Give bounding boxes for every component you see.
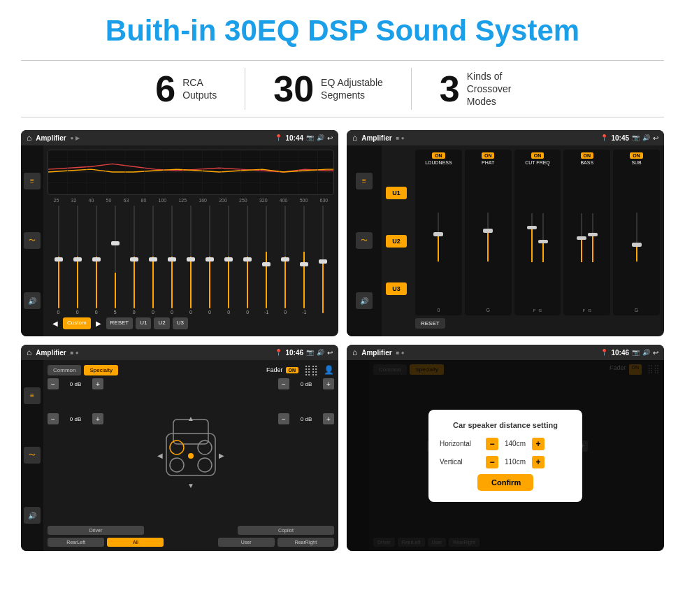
screen1-title: Amplifier xyxy=(36,134,66,142)
amp-u2-btn[interactable]: U2 xyxy=(386,235,407,248)
fader-db-row-1: − 0 dB + xyxy=(48,378,103,389)
fader-common-tab[interactable]: Common xyxy=(48,365,81,375)
amp-u1-btn[interactable]: U1 xyxy=(386,187,407,199)
screen1-time: 10:44 xyxy=(285,134,303,142)
eq-slider-0[interactable]: 0 xyxy=(54,206,64,315)
loudness-on[interactable]: ON xyxy=(432,152,445,159)
dialog-overlay: Car speaker distance setting Horizontal … xyxy=(347,360,664,551)
fader-wave-btn[interactable]: 〜 xyxy=(24,447,41,464)
svg-text:▲: ▲ xyxy=(187,415,194,422)
eq-custom-btn[interactable]: Custom xyxy=(63,317,91,329)
screen-eq: ⌂ Amplifier ● ▶ 📍 10:44 📷 🔊 ↩ ≡ xyxy=(21,130,338,336)
amp-speaker-btn[interactable]: 🔊 xyxy=(356,292,373,309)
eq-slider-12[interactable]: 0 xyxy=(280,206,290,315)
stats-row: 6 RCA Outputs 30 EQ Adjustable Segments … xyxy=(21,60,664,117)
dialog-box: Car speaker distance setting Horizontal … xyxy=(428,410,582,502)
stat-crossover: 3 Kinds of Crossover Modes xyxy=(412,70,558,108)
status-bar-1: ⌂ Amplifier ● ▶ 📍 10:44 📷 🔊 ↩ xyxy=(21,130,338,145)
dialog-horizontal-minus[interactable]: − xyxy=(486,438,498,450)
fader-db4-plus[interactable]: + xyxy=(323,413,334,424)
cutfreq-on[interactable]: ON xyxy=(531,152,545,159)
dialog-horizontal-plus[interactable]: + xyxy=(532,438,545,450)
eq-slider-6[interactable]: 0 xyxy=(167,206,177,315)
fader-rearright-btn[interactable]: RearRight xyxy=(277,538,334,547)
svg-rect-18 xyxy=(438,234,439,262)
svg-rect-34 xyxy=(588,233,598,236)
eq-slider-1[interactable]: 0 xyxy=(73,206,82,315)
dialog-vertical-minus[interactable]: − xyxy=(486,456,498,468)
eq-slider-7[interactable]: 0 xyxy=(186,206,196,315)
eq-play-btn[interactable]: ▶ xyxy=(94,317,103,329)
back-icon-2[interactable]: ↩ xyxy=(653,134,658,142)
back-icon-3[interactable]: ↩ xyxy=(327,349,333,357)
amp-u3-btn[interactable]: U3 xyxy=(386,282,407,295)
dialog-vertical-row: Vertical − 110cm + xyxy=(440,456,571,468)
fader-all-btn[interactable]: All xyxy=(107,538,164,547)
fader-driver-btn[interactable]: Driver xyxy=(48,526,144,535)
eq-u2-btn[interactable]: U2 xyxy=(154,317,169,329)
fader-label: Fader xyxy=(266,366,283,373)
eq-speaker-btn[interactable]: 🔊 xyxy=(24,292,41,309)
stat-eq: 30 EQ Adjustable Segments xyxy=(245,71,411,107)
eq-slider-2[interactable]: 0 xyxy=(92,206,101,315)
confirm-button[interactable]: Confirm xyxy=(477,474,533,491)
amp-wave-icon: 〜 xyxy=(361,236,368,245)
fader-rearleft-btn[interactable]: RearLeft xyxy=(48,538,104,547)
fader-speaker-btn[interactable]: 🔊 xyxy=(24,507,41,524)
fader-on-badge[interactable]: ON xyxy=(286,367,299,373)
screen3-title: Amplifier xyxy=(36,349,66,357)
fader-user-btn[interactable]: User xyxy=(218,538,275,547)
eq-slider-10[interactable]: 0 xyxy=(243,206,252,315)
eq-reset-btn[interactable]: RESET xyxy=(106,317,134,329)
eq-slider-9[interactable]: 0 xyxy=(224,206,233,315)
eq-slider-11[interactable]: -1 xyxy=(261,206,271,315)
fader-db1-minus[interactable]: − xyxy=(48,378,59,389)
screen3-time: 10:46 xyxy=(285,349,303,357)
dialog-vertical-ctrl: − 110cm + xyxy=(486,456,545,468)
eq-wave-btn[interactable]: 〜 xyxy=(24,232,41,249)
eq-main: 25 32 40 50 63 80 100 125 160 200 250 32… xyxy=(43,145,338,336)
back-icon-1[interactable]: ↩ xyxy=(327,134,333,142)
eq-slider-8[interactable]: 0 xyxy=(205,206,215,315)
eq-u1-btn[interactable]: U1 xyxy=(136,317,151,329)
home-icon-1[interactable]: ⌂ xyxy=(27,133,31,143)
bass-on[interactable]: ON xyxy=(581,152,594,159)
fader-copilot-btn[interactable]: Copilot xyxy=(238,526,334,535)
stat-label-eq: EQ Adjustable Segments xyxy=(321,76,383,101)
status-bar-3: ⌂ Amplifier ■ ● 📍 10:46 📷 🔊 ↩ xyxy=(21,345,338,360)
fader-db3-plus[interactable]: + xyxy=(323,378,334,389)
dialog-vertical-plus[interactable]: + xyxy=(532,456,545,468)
fader-sidebar: ≡ 〜 🔊 xyxy=(21,360,43,551)
home-icon-2[interactable]: ⌂ xyxy=(352,133,357,143)
amp-reset-btn[interactable]: RESET xyxy=(415,318,445,329)
fader-db1-plus[interactable]: + xyxy=(92,378,103,389)
eq-slider-3[interactable]: 5 xyxy=(110,206,120,315)
stat-number-eq: 30 xyxy=(273,71,314,107)
eq-slider-14[interactable] xyxy=(318,206,328,315)
phat-on[interactable]: ON xyxy=(482,152,495,159)
sub-on[interactable]: ON xyxy=(630,152,643,159)
screen3-content: ≡ 〜 🔊 Common Specialty Fader O xyxy=(21,360,338,551)
home-icon-4[interactable]: ⌂ xyxy=(352,348,357,357)
eq-slider-13[interactable]: -1 xyxy=(299,206,309,315)
amp-filter-btn[interactable]: ≡ xyxy=(356,173,373,189)
home-icon-3[interactable]: ⌂ xyxy=(27,348,31,357)
amp-wave-btn[interactable]: 〜 xyxy=(356,232,373,249)
eq-u3-btn[interactable]: U3 xyxy=(173,317,188,329)
eq-bottom-bar: ◀ Custom ▶ RESET U1 U2 U3 xyxy=(48,315,334,332)
eq-prev-btn[interactable]: ◀ xyxy=(50,317,60,329)
fader-db2-minus[interactable]: − xyxy=(48,413,59,424)
fader-db2-plus[interactable]: + xyxy=(92,413,103,424)
fader-specialty-tab[interactable]: Specialty xyxy=(84,365,117,375)
eq-slider-4[interactable]: 0 xyxy=(129,206,139,315)
dialog-horizontal-row: Horizontal − 140cm + xyxy=(440,438,571,450)
back-icon-4[interactable]: ↩ xyxy=(653,349,658,357)
screen-fader: ⌂ Amplifier ■ ● 📍 10:46 📷 🔊 ↩ ≡ xyxy=(21,345,338,551)
eq-slider-5[interactable]: 0 xyxy=(148,206,158,315)
fader-main: Common Specialty Fader ON ⣿⣿ 👤 − 0 dB xyxy=(43,360,338,551)
status-bar-4: ⌂ Amplifier ■ ● 📍 10:46 📷 🔊 ↩ xyxy=(347,345,664,360)
fader-filter-btn[interactable]: ≡ xyxy=(24,387,41,404)
fader-db3-minus[interactable]: − xyxy=(278,378,289,389)
eq-filter-btn[interactable]: ≡ xyxy=(24,173,41,189)
fader-db4-minus[interactable]: − xyxy=(278,413,289,424)
